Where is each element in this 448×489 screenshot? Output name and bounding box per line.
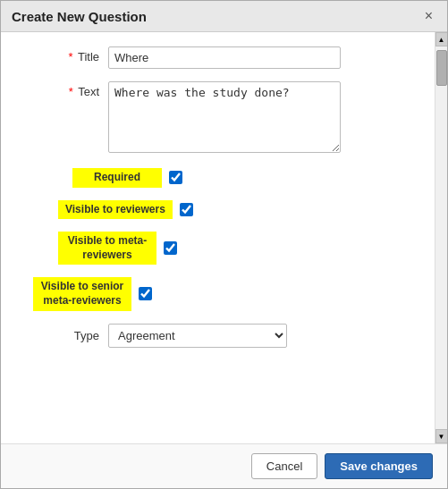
scroll-down-button[interactable]: ▼: [435, 429, 448, 443]
text-input[interactable]: Where was the study done?: [108, 81, 341, 153]
visible-reviewers-checkbox[interactable]: [180, 203, 193, 216]
type-row: Type Agreement Text Yes/No Scale: [19, 324, 426, 348]
scroll-up-button[interactable]: ▲: [435, 32, 448, 46]
modal-footer: Cancel Save changes: [1, 443, 447, 488]
type-select[interactable]: Agreement Text Yes/No Scale: [108, 324, 287, 348]
required-checkbox[interactable]: [169, 171, 182, 184]
visible-reviewers-label: Visible to reviewers: [58, 200, 173, 220]
title-field-wrapper: [108, 46, 341, 69]
text-field-wrapper: Where was the study done?: [108, 81, 341, 156]
visible-senior-checkbox[interactable]: [139, 287, 152, 300]
required-star-title: *: [68, 50, 72, 63]
title-row: * Title: [19, 46, 426, 69]
required-label: Required: [72, 168, 162, 188]
modal-body: * Title * Text Where was the study done?: [1, 32, 447, 443]
create-question-modal: Create New Question × * Title: [0, 0, 448, 489]
save-button[interactable]: Save changes: [325, 453, 433, 479]
required-row: Required: [72, 168, 426, 188]
modal-title: Create New Question: [12, 9, 147, 24]
type-label: Type: [19, 329, 108, 342]
visible-meta-label: Visible to meta-reviewers: [58, 232, 156, 265]
modal-header: Create New Question ×: [1, 1, 447, 32]
visible-senior-row: Visible to senior meta-reviewers: [33, 277, 426, 310]
visible-meta-checkbox[interactable]: [164, 241, 177, 255]
text-label: * Text: [19, 81, 108, 98]
scrollbar: ▲ ▼: [435, 32, 447, 443]
visible-reviewers-row: Visible to reviewers: [58, 200, 426, 220]
visible-senior-label: Visible to senior meta-reviewers: [33, 277, 131, 310]
cancel-button[interactable]: Cancel: [251, 453, 317, 479]
text-row: * Text Where was the study done?: [19, 81, 426, 156]
scrollbar-thumb[interactable]: [436, 50, 447, 86]
title-input[interactable]: [108, 46, 341, 69]
required-star-text: *: [69, 85, 73, 98]
title-label: * Title: [19, 46, 108, 63]
close-button[interactable]: ×: [421, 8, 436, 24]
visible-meta-row: Visible to meta-reviewers: [58, 232, 426, 265]
